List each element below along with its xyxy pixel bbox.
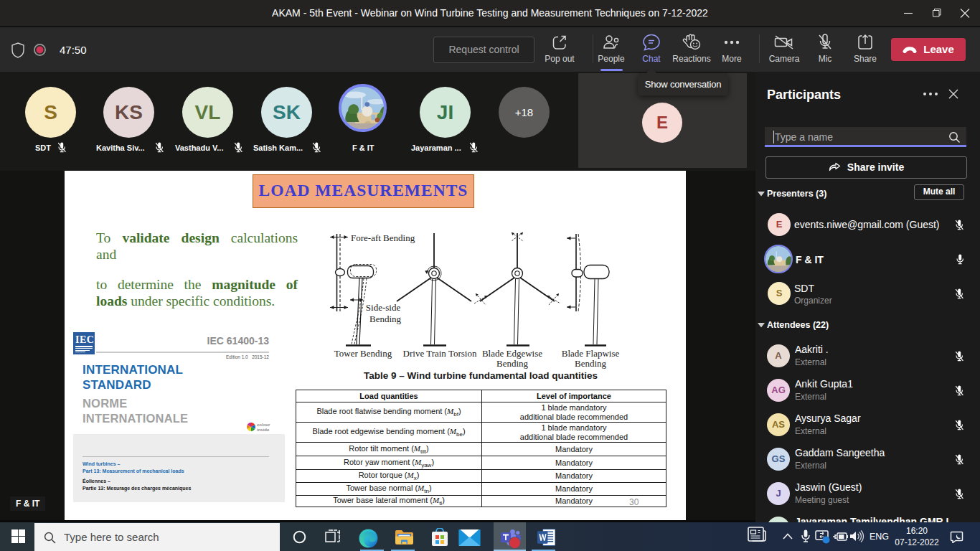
svg-text:Drive Train Torsion: Drive Train Torsion bbox=[403, 348, 477, 359]
svg-text:Blade Flapwise: Blade Flapwise bbox=[562, 348, 620, 359]
svg-text:Blade Edgewise: Blade Edgewise bbox=[482, 348, 542, 359]
svg-text:Bending: Bending bbox=[496, 358, 529, 369]
svg-text:Bending: Bending bbox=[575, 358, 607, 369]
svg-text:Tower Bending: Tower Bending bbox=[334, 348, 392, 359]
svg-text:Bending: Bending bbox=[369, 314, 402, 324]
svg-text:Side-side: Side-side bbox=[366, 302, 401, 313]
svg-text:Fore-aft Bending: Fore-aft Bending bbox=[351, 232, 415, 243]
